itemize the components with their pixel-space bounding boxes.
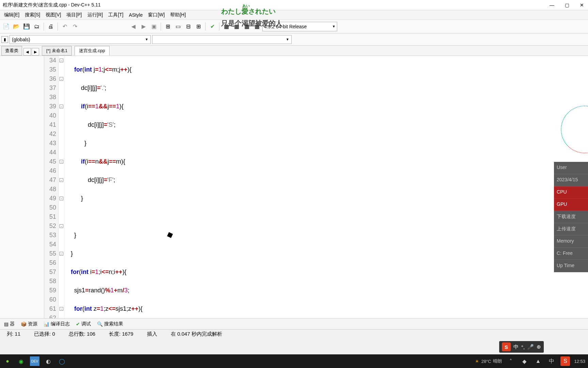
sysmon-cfree: C: Free: [554, 248, 588, 260]
fold-gutter[interactable]: -- - -- -- - -: [59, 56, 65, 318]
menu-view[interactable]: 视图[V]: [43, 11, 64, 19]
tab-compile-log[interactable]: 📊编译日志: [41, 320, 72, 328]
redo-icon[interactable]: ↷: [70, 22, 80, 31]
bookmark-icon[interactable]: ▣: [149, 22, 159, 31]
save-all-icon[interactable]: 🗂: [32, 22, 42, 31]
main-toolbar: 📄 📂 💾 🗂 🖨 ↶ ↷ ◀ ▶ ▣ ⊞ ▭ ⊟ ⊞ ✔ ▦ ▦ ▦ ▦ 4.…: [0, 20, 588, 33]
windows-taskbar[interactable]: ● ◉ DEV ◐ ◯ ☀ 28°C 晴朗 ˄ ◆ ▲ 中 S 12:53: [0, 354, 588, 368]
menu-search[interactable]: 搜索[S]: [22, 11, 43, 19]
scope-globals-combo[interactable]: (globals)▼: [10, 35, 151, 44]
menu-project[interactable]: 项目[P]: [64, 11, 84, 19]
ime-mic-icon[interactable]: 🎤: [527, 344, 534, 350]
tray-ime-icon[interactable]: 中: [547, 356, 556, 366]
nav-back-icon[interactable]: ◀: [129, 22, 138, 31]
ime-toolbar[interactable]: S 中 °, 🎤 ⊕: [499, 341, 544, 353]
tab-compiler[interactable]: ▤器: [1, 320, 17, 328]
taskbar-obs-icon[interactable]: ◐: [44, 356, 53, 366]
taskbar-browser-icon[interactable]: ◯: [57, 356, 67, 366]
tab-search-results[interactable]: 🔍搜索结果: [94, 320, 126, 328]
tab-resource[interactable]: 📦资源: [18, 320, 40, 328]
grid2-icon[interactable]: ▭: [173, 22, 183, 31]
sogou-logo-icon: S: [502, 342, 511, 351]
status-bar: 列: 11 已选择: 0 总行数: 106 长度: 1679 插入 在 0.04…: [0, 329, 588, 339]
minimize-button[interactable]: —: [549, 2, 555, 8]
bottom-panel-tabs: ▤器 📦资源 📊编译日志 ✔调试 🔍搜索结果: [0, 318, 588, 329]
file-tab-maze[interactable]: 迷宫生成.cpp: [75, 46, 110, 56]
tab-nav-next[interactable]: ▶: [32, 48, 39, 56]
ime-more-icon[interactable]: ⊕: [537, 344, 541, 350]
menu-window[interactable]: 窗口[W]: [145, 11, 167, 19]
maximize-button[interactable]: ▢: [564, 2, 570, 8]
sysmon-upload: 上传速度: [554, 223, 588, 235]
open-file-icon[interactable]: 📂: [12, 22, 21, 31]
tray-chevron-icon[interactable]: ˄: [506, 356, 516, 366]
ime-punct-icon[interactable]: °,: [521, 344, 525, 350]
code-content[interactable]: for(int j=1;j<=m;j++){ dc[i][j]='.'; if(…: [65, 56, 588, 318]
system-monitor-overlay: User 2023/4/15 CPU GPU 下载速度 上传速度 Memory …: [554, 162, 588, 272]
lyric-overlay-1: あい わたし愛されたい: [221, 7, 276, 16]
undo-icon[interactable]: ↶: [60, 22, 69, 31]
grid1-icon[interactable]: ⊞: [163, 22, 173, 31]
print-icon[interactable]: 🖨: [46, 22, 55, 31]
taskbar-clock[interactable]: 12:53: [574, 359, 585, 364]
save-icon[interactable]: 💾: [22, 22, 31, 31]
grid4-icon[interactable]: ⊞: [194, 22, 203, 31]
scope-button[interactable]: ▮: [1, 36, 8, 43]
taskbar-app-1[interactable]: ●: [3, 356, 12, 366]
new-file-icon[interactable]: 📄: [1, 22, 11, 31]
window-title: 程序\新建文件夹\迷宫生成.cpp - Dev-C++ 5.11: [3, 2, 101, 8]
menu-tools[interactable]: 工具[T]: [105, 11, 126, 19]
tab-row: 查看类 ◀ ▶ [*] 未命名1 迷宫生成.cpp: [0, 46, 588, 56]
tab-debug[interactable]: ✔调试: [73, 320, 94, 328]
menubar: 编辑[E] 搜索[S] 视图[V] 项目[P] 运行[R] 工具[T] ASty…: [0, 10, 588, 20]
nav-fwd-icon[interactable]: ▶: [139, 22, 148, 31]
grid3-icon[interactable]: ⊟: [183, 22, 193, 31]
sysmon-download: 下载速度: [554, 211, 588, 223]
scope-toolbar: ▮ (globals)▼ ▼: [0, 33, 588, 46]
sysmon-gpu: GPU: [554, 199, 588, 211]
sysmon-cpu: CPU: [554, 186, 588, 199]
sun-icon: ☀: [475, 359, 479, 364]
taskbar-devcpp-icon[interactable]: DEV: [30, 356, 39, 366]
side-tab-classview[interactable]: 查看类: [1, 46, 22, 56]
menu-run[interactable]: 运行[R]: [85, 11, 106, 19]
menu-help[interactable]: 帮助[H]: [167, 11, 189, 19]
menu-astyle[interactable]: AStyle: [126, 12, 145, 18]
tray-sogou-icon[interactable]: S: [560, 356, 570, 366]
tray-icon-2[interactable]: ▲: [533, 356, 543, 366]
class-sidebar: [0, 56, 44, 318]
sysmon-uptime: Up Time: [554, 260, 588, 272]
close-button[interactable]: ✕: [578, 2, 585, 8]
taskbar-wechat-icon[interactable]: ◉: [16, 356, 26, 366]
sysmon-user: User: [554, 162, 588, 174]
function-combo[interactable]: ▼: [152, 35, 292, 44]
lyric-overlay-2: 只是个渴望被爱的人: [221, 19, 282, 28]
sysmon-memory: Memory: [554, 235, 588, 248]
menu-edit[interactable]: 编辑[E]: [1, 11, 22, 19]
tab-nav-prev[interactable]: ◀: [23, 48, 31, 56]
file-tab-unnamed[interactable]: [*] 未命名1: [42, 46, 72, 56]
taskbar-weather[interactable]: ☀ 28°C 晴朗: [475, 358, 502, 364]
sysmon-date: 2023/4/15: [554, 174, 588, 186]
tray-icon-1[interactable]: ◆: [520, 356, 529, 366]
code-editor[interactable]: 343536 373839 404142 434445 464748 49505…: [44, 56, 588, 318]
check-icon[interactable]: ✔: [208, 22, 217, 31]
line-gutter: 343536 373839 404142 434445 464748 49505…: [44, 56, 59, 318]
